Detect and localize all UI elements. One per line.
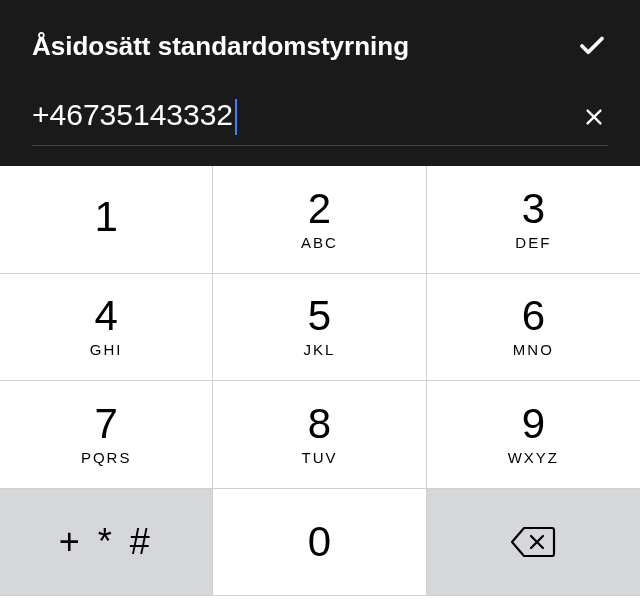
keypad: 1 2 ABC 3 DEF 4 GHI 5 JKL 6 MNO 7 PQRS 8… <box>0 166 640 596</box>
key-digit: 9 <box>522 403 545 445</box>
key-3[interactable]: 3 DEF <box>427 166 640 274</box>
key-letters: ABC <box>301 234 338 251</box>
key-letters: MNO <box>513 341 554 358</box>
key-4[interactable]: 4 GHI <box>0 274 213 382</box>
key-8[interactable]: 8 TUV <box>213 381 426 489</box>
key-6[interactable]: 6 MNO <box>427 274 640 382</box>
key-digit: 7 <box>94 403 117 445</box>
phone-input[interactable]: +46735143332 <box>32 98 237 135</box>
key-1[interactable]: 1 <box>0 166 213 274</box>
key-2[interactable]: 2 ABC <box>213 166 426 274</box>
key-0[interactable]: 0 <box>213 489 426 597</box>
key-letters: WXYZ <box>508 449 559 466</box>
confirm-button[interactable] <box>576 30 608 62</box>
clear-input-button[interactable] <box>580 103 608 131</box>
key-5[interactable]: 5 JKL <box>213 274 426 382</box>
key-7[interactable]: 7 PQRS <box>0 381 213 489</box>
key-digit: 8 <box>308 403 331 445</box>
key-letters: GHI <box>90 341 123 358</box>
key-9[interactable]: 9 WXYZ <box>427 381 640 489</box>
key-digit: 4 <box>94 295 117 337</box>
key-symbols-label: + * # <box>59 524 154 560</box>
key-digit: 6 <box>522 295 545 337</box>
key-letters: PQRS <box>81 449 132 466</box>
page-title: Åsidosätt standardomstyrning <box>32 31 409 62</box>
key-symbols[interactable]: + * # <box>0 489 213 597</box>
key-digit: 2 <box>308 188 331 230</box>
key-backspace[interactable] <box>427 489 640 597</box>
key-letters: JKL <box>304 341 336 358</box>
key-digit: 1 <box>94 196 117 238</box>
backspace-icon <box>510 525 556 559</box>
key-digit: 5 <box>308 295 331 337</box>
key-digit: 3 <box>522 188 545 230</box>
header: Åsidosätt standardomstyrning +4673514333… <box>0 0 640 166</box>
key-letters: DEF <box>515 234 551 251</box>
key-letters: TUV <box>301 449 337 466</box>
key-digit: 0 <box>308 521 331 563</box>
